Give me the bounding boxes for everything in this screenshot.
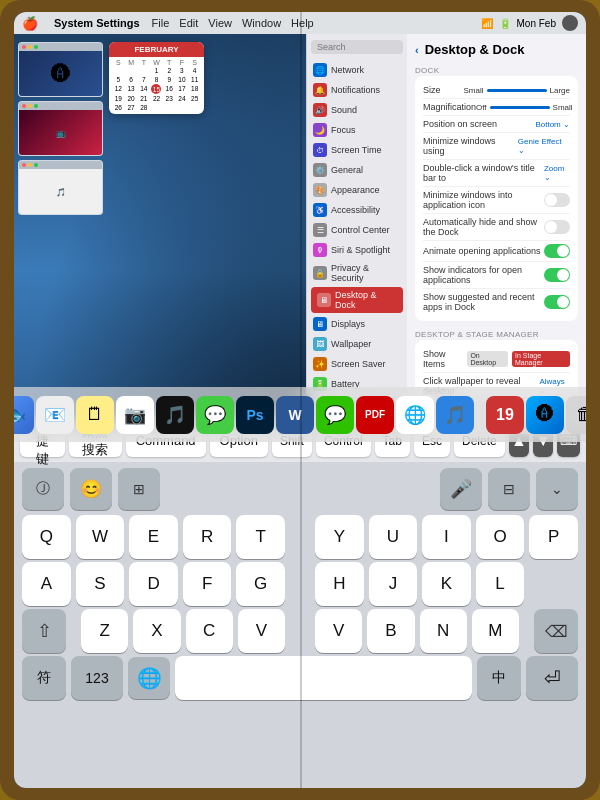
stage-in-manager-btn[interactable]: In Stage Manager [512,351,570,367]
key-j[interactable]: J [369,562,418,606]
mini-window-1[interactable]: 🅐 [18,42,103,97]
key-t[interactable]: T [236,515,285,559]
dock-mininto-toggle[interactable] [544,193,570,207]
key-l[interactable]: L [476,562,525,606]
sidebar-item-screensaver[interactable]: ✨ Screen Saver [307,354,407,374]
dock-icon-mail[interactable]: 📧 [36,396,74,434]
cal-day-1[interactable]: 1 [150,66,163,75]
delete-key[interactable]: ⌫ [534,609,578,653]
shift-key[interactable]: ⇧ [22,609,66,653]
dock-position-value[interactable]: Bottom ⌄ [535,120,570,129]
chevron-down-key[interactable]: ⌄ [536,468,578,510]
sidebar-item-wallpaper[interactable]: 🖼 Wallpaper [307,334,407,354]
key-a[interactable]: A [22,562,71,606]
cal-day-21[interactable]: 21 [137,94,150,103]
cal-day-26[interactable]: 26 [112,103,125,112]
key-s[interactable]: S [76,562,125,606]
chinese-key[interactable]: 符 [22,656,66,700]
dock-icon-chrome[interactable]: 🌐 [396,396,434,434]
key-g[interactable]: G [236,562,285,606]
mini-window-2[interactable]: 📺 [18,101,103,156]
key-d[interactable]: D [129,562,178,606]
key-p[interactable]: P [529,515,578,559]
special3-key[interactable]: ⊞ [118,468,160,510]
dock-autohide-toggle[interactable] [544,220,570,234]
dock-dblclick-value[interactable]: Zoom ⌄ [544,164,570,182]
dock-recent-toggle[interactable] [544,295,570,309]
sidebar-item-dock[interactable]: 🖥 Desktop & Dock [311,287,403,313]
key-h[interactable]: H [315,562,364,606]
cal-day-7[interactable]: 7 [137,75,150,84]
dock-size-slider[interactable]: Small Large [464,86,570,95]
sidebar-item-displays[interactable]: 🖥 Displays [307,314,407,334]
cal-day-14[interactable]: 14 [137,84,150,94]
sidebar-item-general[interactable]: ⚙️ General [307,160,407,180]
language-key[interactable]: 中 [477,656,521,700]
key-e[interactable]: E [129,515,178,559]
menu-help[interactable]: Help [291,17,314,29]
stage-on-desktop-btn[interactable]: On Desktop [467,351,508,367]
key-b[interactable]: B [367,609,414,653]
numbers-key[interactable]: 123 [71,656,123,700]
key-m[interactable]: M [472,609,519,653]
key-n[interactable]: N [420,609,467,653]
dock-icon-word[interactable]: W [276,396,314,434]
key-f[interactable]: F [183,562,232,606]
cal-day-10[interactable]: 10 [176,75,189,84]
menu-file[interactable]: File [152,17,170,29]
cal-day-24[interactable]: 24 [176,94,189,103]
cal-day-16[interactable]: 16 [163,84,176,94]
cal-day-13[interactable]: 13 [125,84,138,94]
sidebar-item-control[interactable]: ☰ Control Center [307,220,407,240]
sidebar-item-network[interactable]: 🌐 Network [307,60,407,80]
key-k[interactable]: K [422,562,471,606]
calendar-widget[interactable]: FEBRUARY S M T W T F S [109,42,204,114]
key-v-right[interactable]: V [315,609,362,653]
apple-menu-icon[interactable]: 🍎 [22,16,38,31]
cal-day-25[interactable]: 25 [188,94,201,103]
dock-indicators-toggle[interactable] [544,268,570,282]
cal-day-2[interactable]: 2 [163,66,176,75]
key-y[interactable]: Y [315,515,364,559]
cal-day-8[interactable]: 8 [150,75,163,84]
cal-day-12[interactable]: 12 [112,84,125,94]
dock-icon-appstore[interactable]: 🅐 [526,396,564,434]
dock-animate-toggle[interactable] [544,244,570,258]
sidebar-item-sound[interactable]: 🔊 Sound [307,100,407,120]
cal-day-9[interactable]: 9 [163,75,176,84]
cal-day-4[interactable]: 4 [188,66,201,75]
cal-day-11[interactable]: 11 [188,75,201,84]
sidebar-item-privacy[interactable]: 🔒 Privacy & Security [307,260,407,286]
dock-icon-pdf[interactable]: PDF [356,396,394,434]
key-c[interactable]: C [186,609,233,653]
cal-day-3[interactable]: 3 [176,66,189,75]
cal-day-28[interactable]: 28 [137,103,150,112]
emoji-key[interactable]: 😊 [70,468,112,510]
key-q[interactable]: Q [22,515,71,559]
cal-day-18[interactable]: 18 [188,84,201,94]
settings-back-btn[interactable]: ‹ [415,44,419,56]
dock-icon-qqmusic[interactable]: 🎵 [436,396,474,434]
dock-icon-messages[interactable]: 💬 [196,396,234,434]
key-z[interactable]: Z [81,609,128,653]
sidebar-item-screentime[interactable]: ⏱ Screen Time [307,140,407,160]
dock-icon-ps[interactable]: Ps [236,396,274,434]
key-r[interactable]: R [183,515,232,559]
sidebar-item-accessibility[interactable]: ♿ Accessibility [307,200,407,220]
dock-minimize-value[interactable]: Genie Effect ⌄ [518,137,570,155]
key-x[interactable]: X [133,609,180,653]
space-key[interactable] [175,656,472,700]
dock-icon-photos[interactable]: 📷 [116,396,154,434]
cal-day-23[interactable]: 23 [163,94,176,103]
cal-day-27[interactable]: 27 [125,103,138,112]
cal-day-17[interactable]: 17 [176,84,189,94]
menu-window[interactable]: Window [242,17,281,29]
sidebar-item-focus[interactable]: 🌙 Focus [307,120,407,140]
sidebar-item-siri[interactable]: 🎙 Siri & Spotlight [307,240,407,260]
cal-day-6[interactable]: 6 [125,75,138,84]
dock-icon-notes[interactable]: 🗒 [76,396,114,434]
mic-bottom-key[interactable]: 🌐 [128,657,170,699]
dock-icon-19[interactable]: 19 [486,396,524,434]
dock-icon-finder[interactable]: 🐟 [14,396,34,434]
mini-window-3[interactable]: 🎵 [18,160,103,215]
